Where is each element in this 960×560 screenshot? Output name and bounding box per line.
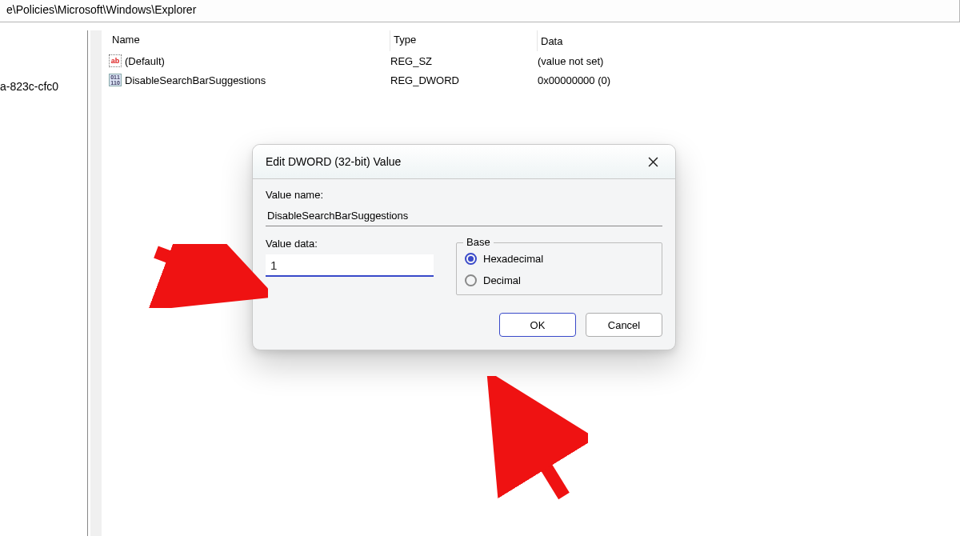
value-name-cell: DisableSearchBarSuggestions bbox=[125, 74, 266, 86]
base-group: Base Hexadecimal Decimal bbox=[456, 242, 662, 295]
column-headers[interactable]: Name Type Data bbox=[102, 30, 960, 51]
radio-icon bbox=[465, 253, 477, 265]
tree-pane[interactable]: a-823c-cfc0 bbox=[0, 30, 88, 536]
value-row[interactable]: 011110 DisableSearchBarSuggestions REG_D… bbox=[102, 70, 960, 90]
value-data-input[interactable] bbox=[266, 254, 434, 277]
ok-button[interactable]: OK bbox=[499, 313, 576, 337]
value-type-cell: REG_DWORD bbox=[390, 74, 538, 86]
tree-scrollbar[interactable] bbox=[90, 30, 102, 536]
value-type-cell: REG_SZ bbox=[390, 55, 538, 67]
column-data[interactable]: Data bbox=[538, 32, 954, 50]
address-bar[interactable]: e\Policies\Microsoft\Windows\Explorer bbox=[0, 0, 960, 22]
value-row[interactable]: ab (Default) REG_SZ (value not set) bbox=[102, 51, 960, 70]
cancel-button[interactable]: Cancel bbox=[586, 313, 662, 337]
value-name-field[interactable] bbox=[266, 206, 662, 226]
value-data-cell: (value not set) bbox=[538, 55, 954, 67]
column-name[interactable]: Name bbox=[109, 30, 390, 51]
dialog-titlebar[interactable]: Edit DWORD (32-bit) Value bbox=[253, 145, 675, 179]
tree-item[interactable]: a-823c-cfc0 bbox=[0, 80, 58, 93]
radio-icon bbox=[465, 274, 477, 286]
value-name-cell: (Default) bbox=[125, 55, 165, 67]
edit-dword-dialog: Edit DWORD (32-bit) Value Value name: Va… bbox=[252, 144, 676, 350]
base-group-label: Base bbox=[463, 236, 494, 248]
radio-label: Hexadecimal bbox=[483, 253, 543, 265]
radio-decimal[interactable]: Decimal bbox=[465, 274, 654, 286]
dialog-title: Edit DWORD (32-bit) Value bbox=[266, 155, 401, 168]
close-button[interactable] bbox=[642, 153, 664, 170]
radio-hexadecimal[interactable]: Hexadecimal bbox=[465, 253, 654, 265]
radio-label: Decimal bbox=[483, 274, 521, 286]
column-type[interactable]: Type bbox=[390, 30, 538, 51]
value-name-label: Value name: bbox=[266, 189, 662, 201]
value-data-label: Value data: bbox=[266, 238, 434, 250]
value-data-cell: 0x00000000 (0) bbox=[538, 74, 954, 86]
reg-sz-icon: ab bbox=[109, 54, 122, 67]
close-icon bbox=[648, 157, 658, 167]
reg-dword-icon: 011110 bbox=[109, 74, 122, 86]
